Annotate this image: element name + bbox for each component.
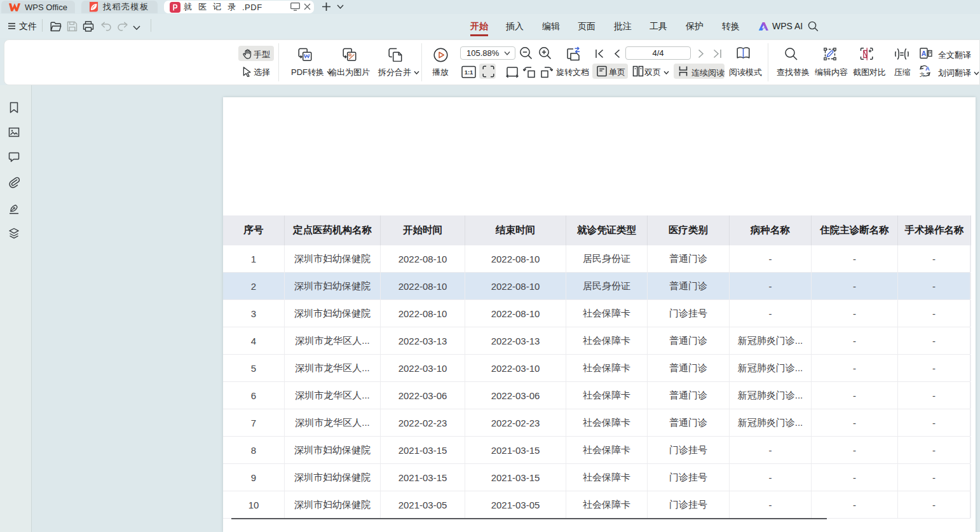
svg-text:A: A xyxy=(925,65,930,72)
svg-text:文: 文 xyxy=(920,72,925,78)
svg-text:A: A xyxy=(922,50,927,57)
svg-text:1:1: 1:1 xyxy=(465,69,473,76)
